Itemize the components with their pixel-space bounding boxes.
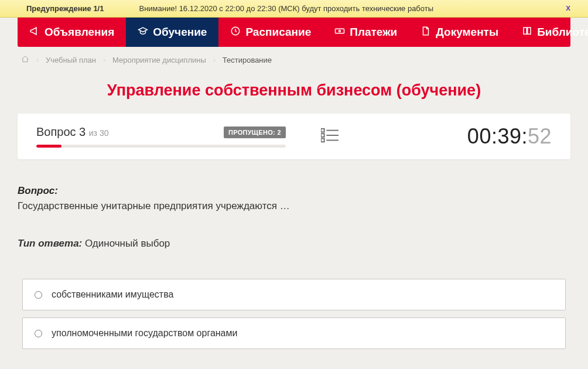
warning-close-button[interactable]: x xyxy=(566,3,570,12)
answer-radio[interactable] xyxy=(35,330,42,337)
home-icon[interactable] xyxy=(21,55,29,65)
chevron-right-icon xyxy=(35,56,40,64)
answer-text: уполномоченными государством органами xyxy=(52,328,237,339)
question-body: Вопрос: Государственные унитарные предпр… xyxy=(18,185,570,349)
question-list-button[interactable] xyxy=(303,127,356,146)
nav-documents[interactable]: Документы xyxy=(409,18,510,47)
banknote-icon xyxy=(334,26,345,39)
warning-label: Предупреждение 1/1 xyxy=(26,4,104,13)
book-icon xyxy=(522,26,532,39)
chevron-right-icon xyxy=(212,56,217,64)
answer-type-row: Тип ответа: Одиночный выбор xyxy=(18,238,570,250)
answer-text: собственниками имущества xyxy=(52,289,173,300)
breadcrumb-plan[interactable]: Учебный план xyxy=(46,56,96,64)
nav-label: Объявления xyxy=(45,26,114,39)
svg-point-2 xyxy=(339,30,341,32)
nav-label: Библиотека xyxy=(537,26,588,39)
list-icon xyxy=(321,135,339,145)
progress-fill xyxy=(36,145,61,148)
skipped-badge: ПРОПУЩЕНО: 2 xyxy=(224,127,286,138)
progress-bar xyxy=(36,145,286,148)
question-text: Государственные унитарные предприятия уч… xyxy=(18,200,570,212)
nav-label: Платежи xyxy=(350,26,397,39)
answer-type-label: Тип ответа: xyxy=(18,238,82,249)
document-icon xyxy=(421,26,431,39)
nav-announcements[interactable]: Объявления xyxy=(18,18,126,47)
nav-payments[interactable]: Платежи xyxy=(323,18,409,47)
main-nav: Объявления Обучение Расписание Платежи Д… xyxy=(18,18,570,47)
question-word: Вопрос xyxy=(36,125,76,138)
chevron-right-icon xyxy=(102,56,107,64)
svg-rect-7 xyxy=(321,139,324,142)
question-number: Вопрос 3 из 30 xyxy=(36,125,109,139)
svg-rect-3 xyxy=(321,129,324,132)
page-content: Предупреждение 1/1 Внимание! 16.12.2020 … xyxy=(0,0,588,369)
question-total: 30 xyxy=(100,128,109,138)
answer-options: собственниками имущества уполномоченными… xyxy=(22,279,566,349)
nav-schedule[interactable]: Расписание xyxy=(218,18,323,47)
page-scroll[interactable]: Предупреждение 1/1 Внимание! 16.12.2020 … xyxy=(0,0,588,369)
answer-option[interactable]: уполномоченными государством органами xyxy=(22,317,566,349)
test-status-panel: Вопрос 3 из 30 ПРОПУЩЕНО: 2 xyxy=(18,114,570,159)
nav-library[interactable]: Библиотека xyxy=(510,18,588,47)
timer-seconds: 52 xyxy=(528,124,552,148)
breadcrumb-current: Тестирование xyxy=(223,56,272,64)
nav-label: Документы xyxy=(436,26,498,39)
clock-icon xyxy=(230,26,241,39)
breadcrumb-event[interactable]: Мероприятие дисциплины xyxy=(112,56,206,64)
warning-bar: Предупреждение 1/1 Внимание! 16.12.2020 … xyxy=(0,0,588,18)
answer-type-value: Одиночный выбор xyxy=(85,238,170,249)
answer-radio[interactable] xyxy=(35,291,42,299)
breadcrumb: Учебный план Мероприятие дисциплины Тест… xyxy=(0,47,588,71)
graduation-cap-icon xyxy=(138,26,148,39)
nav-label: Обучение xyxy=(153,26,207,39)
question-current: 3 xyxy=(79,125,86,138)
svg-rect-5 xyxy=(321,134,324,137)
timer-main: 00:39: xyxy=(467,124,528,148)
megaphone-icon xyxy=(29,26,40,39)
page-title: Управление собственным бизнесом (обучени… xyxy=(0,81,588,100)
nav-label: Расписание xyxy=(245,26,311,39)
question-progress-block: Вопрос 3 из 30 ПРОПУЩЕНО: 2 xyxy=(36,125,286,148)
svg-rect-1 xyxy=(336,29,344,33)
question-label: Вопрос: xyxy=(18,185,570,197)
answer-option[interactable]: собственниками имущества xyxy=(22,279,566,310)
nav-learning[interactable]: Обучение xyxy=(126,18,218,47)
question-of-word: из xyxy=(89,128,97,138)
warning-text: Внимание! 16.12.2020 с 22:00 до 22:30 (М… xyxy=(139,4,565,13)
timer: 00:39:52 xyxy=(374,124,552,149)
